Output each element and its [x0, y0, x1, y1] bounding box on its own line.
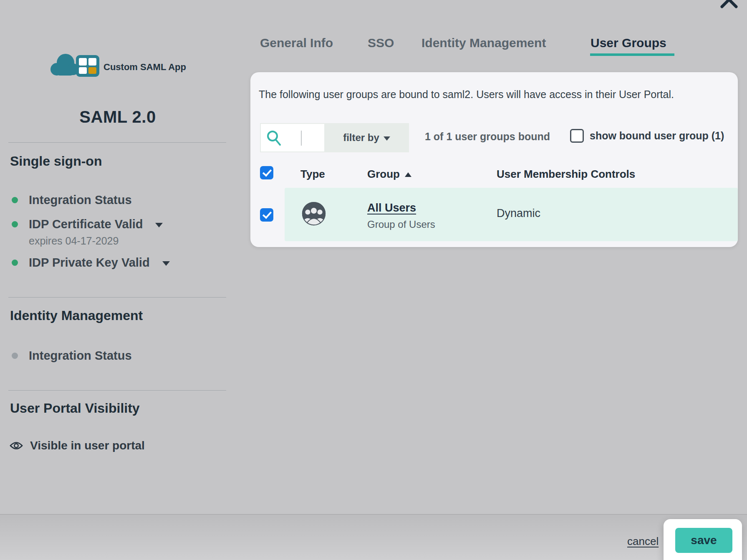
search-icon — [266, 130, 283, 146]
sidebar-item-label: Integration Status — [29, 193, 132, 207]
user-group-avatar-icon — [301, 201, 326, 226]
show-bound-label: show bound user group (1) — [590, 130, 724, 142]
active-tab-underline — [590, 53, 674, 56]
filter-by-label: filter by — [343, 132, 379, 144]
status-gray-dot — [12, 353, 18, 359]
select-all-checkbox[interactable] — [260, 166, 273, 179]
show-bound-control: show bound user group (1) — [570, 129, 724, 143]
row-checkbox[interactable] — [260, 208, 273, 222]
sidebar-divider — [8, 390, 226, 391]
tab-general-info[interactable]: General Info — [260, 36, 333, 50]
save-button-highlight-card: save — [664, 519, 742, 560]
bound-count-label: 1 of 1 user groups bound — [425, 131, 550, 143]
sidebar-item-label: Integration Status — [29, 349, 132, 363]
tab-sso[interactable]: SSO — [368, 36, 394, 50]
chevron-down-icon[interactable] — [155, 223, 163, 227]
show-bound-checkbox[interactable] — [570, 129, 584, 143]
chevron-down-icon[interactable] — [162, 261, 170, 266]
sidebar-divider — [8, 297, 226, 298]
idm-section-title: Identity Management — [10, 308, 143, 323]
saml-app-modal: { "app": { "logo_label": "Custom SAML Ap… — [0, 0, 747, 560]
sidebar-item-idm-integration-status: Integration Status — [12, 349, 132, 363]
user-groups-panel: The following user groups are bound to s… — [250, 72, 738, 247]
search-box[interactable] — [261, 124, 324, 151]
text-caret — [301, 131, 302, 146]
group-name-link[interactable]: All Users — [367, 202, 416, 214]
sidebar-item-label: IDP Certificate Valid — [29, 217, 143, 231]
filter-bar: filter by — [260, 123, 409, 152]
filter-by-dropdown[interactable]: filter by — [324, 123, 409, 152]
tab-identity-management[interactable]: Identity Management — [421, 36, 546, 50]
chevron-down-icon — [384, 136, 390, 141]
status-green-dot — [12, 197, 18, 203]
search-input[interactable] — [285, 127, 321, 148]
column-header-type: Type — [300, 168, 325, 181]
sidebar-divider — [8, 142, 226, 143]
certificate-expiry-text: expires 04-17-2029 — [29, 235, 119, 247]
close-icon — [719, 0, 739, 9]
panel-description: The following user groups are bound to s… — [259, 88, 722, 101]
column-header-controls: User Membership Controls — [497, 168, 635, 181]
sidebar-item-integration-status: Integration Status — [12, 193, 132, 207]
save-button[interactable]: save — [675, 528, 732, 553]
app-logo-label: Custom SAML App — [103, 62, 186, 73]
sidebar-item-label: IDP Private Key Valid — [29, 256, 150, 270]
portal-section-title: User Portal Visibility — [10, 401, 140, 416]
close-button[interactable] — [719, 0, 739, 9]
column-header-group-label: Group — [367, 168, 400, 180]
tab-user-groups[interactable]: User Groups — [591, 36, 666, 50]
column-header-group[interactable]: Group — [367, 168, 411, 181]
eye-icon — [9, 441, 23, 451]
membership-controls-value: Dynamic — [497, 207, 540, 220]
status-green-dot — [12, 260, 18, 266]
portal-visibility-row: Visible in user portal — [9, 439, 145, 452]
cancel-link[interactable]: cancel — [627, 535, 659, 548]
custom-saml-app-logo-icon — [47, 49, 102, 79]
portal-visibility-label: Visible in user portal — [30, 439, 145, 452]
sso-section-title: Single sign-on — [10, 154, 102, 169]
status-green-dot — [12, 221, 18, 227]
sidebar-item-idp-private-key[interactable]: IDP Private Key Valid — [12, 256, 170, 270]
sidebar-item-idp-certificate[interactable]: IDP Certificate Valid — [12, 217, 163, 231]
table-row: All Users Group of Users Dynamic — [285, 188, 738, 241]
sort-ascending-icon — [405, 172, 411, 177]
group-type-label: Group of Users — [367, 219, 435, 230]
protocol-title: SAML 2.0 — [9, 108, 226, 126]
